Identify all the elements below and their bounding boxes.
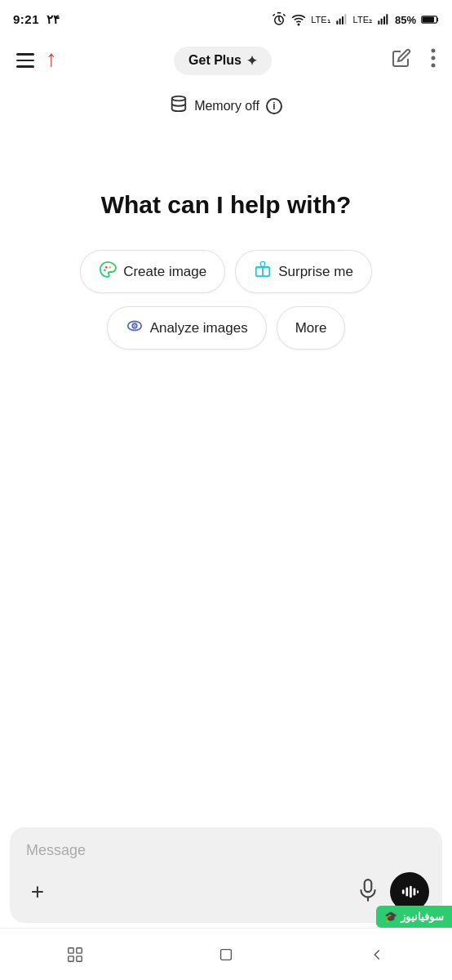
more-options-button[interactable] — [428, 45, 439, 76]
message-placeholder[interactable]: Message — [23, 842, 429, 859]
svg-rect-28 — [414, 888, 416, 895]
svg-rect-11 — [423, 17, 434, 23]
surprise-me-label: Surprise me — [278, 264, 353, 280]
bottom-nav — [0, 928, 452, 980]
annotation-arrow: ↑ — [46, 47, 57, 70]
paint-icon — [99, 261, 117, 278]
brand-tag: 🎓 سوفيانيوز — [376, 906, 452, 928]
svg-rect-4 — [342, 16, 343, 24]
status-time: 9:21 ۲۴ — [13, 12, 60, 27]
analyze-icon — [126, 317, 144, 339]
alarm-icon — [272, 12, 286, 27]
memory-text: Memory off — [194, 99, 259, 114]
chips-row-2: Analyze images More — [107, 306, 346, 350]
svg-point-18 — [109, 266, 112, 269]
svg-rect-33 — [77, 956, 82, 960]
waveform-icon — [401, 883, 419, 901]
svg-rect-27 — [410, 886, 412, 898]
mic-button[interactable] — [357, 878, 379, 906]
svg-rect-5 — [344, 14, 346, 24]
info-icon[interactable]: i — [266, 98, 282, 114]
eye-icon — [126, 317, 144, 335]
nav-back[interactable] — [301, 929, 452, 980]
svg-rect-31 — [77, 947, 82, 952]
memory-icon — [170, 95, 188, 117]
surprise-icon — [254, 261, 272, 283]
svg-point-15 — [172, 96, 186, 101]
svg-point-17 — [105, 266, 108, 269]
get-plus-button[interactable]: Get Plus ✦ — [174, 47, 272, 75]
brand-cap-icon: 🎓 — [384, 911, 397, 923]
gift-icon — [254, 261, 272, 278]
headline: What can I help with? — [101, 189, 352, 220]
svg-rect-25 — [402, 889, 405, 894]
surprise-me-chip[interactable]: Surprise me — [235, 250, 372, 293]
input-actions: + — [23, 872, 429, 911]
status-right-icons: LTE₁ LTE₂ 85% — [272, 12, 439, 27]
microphone-icon — [357, 878, 379, 902]
svg-rect-23 — [365, 880, 372, 892]
nav-recents[interactable] — [0, 929, 151, 980]
svg-point-22 — [134, 325, 135, 327]
svg-point-16 — [104, 270, 106, 272]
svg-rect-2 — [336, 20, 338, 24]
battery-text: 85% — [395, 14, 416, 26]
signal-icon2 — [377, 13, 390, 26]
svg-rect-34 — [221, 949, 232, 960]
attachment-button[interactable]: + — [23, 877, 52, 906]
top-nav: ↑ Get Plus ✦ — [0, 36, 452, 85]
svg-point-14 — [432, 64, 436, 68]
svg-point-12 — [432, 49, 436, 53]
recents-icon — [66, 946, 84, 964]
more-chip[interactable]: More — [277, 306, 346, 350]
svg-rect-3 — [339, 19, 340, 24]
nav-home[interactable] — [151, 929, 302, 980]
analyze-images-chip[interactable]: Analyze images — [107, 306, 267, 350]
three-dots-icon — [431, 48, 436, 68]
svg-point-13 — [432, 56, 436, 60]
back-icon — [368, 946, 386, 964]
create-image-label: Create image — [123, 264, 206, 280]
svg-rect-30 — [69, 947, 73, 952]
create-image-icon — [99, 261, 117, 283]
nav-left: ↑ — [13, 49, 57, 72]
svg-point-1 — [299, 24, 300, 25]
svg-rect-7 — [381, 19, 383, 24]
wifi-icon — [291, 12, 306, 27]
hamburger-menu[interactable] — [13, 50, 38, 71]
signal-text: LTE₁ — [311, 15, 330, 25]
svg-rect-29 — [417, 890, 419, 893]
svg-rect-9 — [386, 14, 388, 24]
battery-icon — [421, 15, 439, 24]
signal-icon — [335, 13, 348, 26]
svg-rect-26 — [405, 888, 408, 897]
svg-rect-8 — [383, 16, 385, 24]
get-plus-label: Get Plus — [188, 53, 242, 68]
svg-rect-32 — [69, 956, 73, 960]
analyze-images-label: Analyze images — [150, 320, 248, 336]
status-bar: 9:21 ۲۴ LTE₁ LTE₂ 85% — [0, 0, 452, 36]
more-label: More — [295, 320, 327, 336]
svg-rect-6 — [378, 20, 379, 24]
memory-bar: Memory off i — [0, 85, 452, 123]
edit-button[interactable] — [388, 45, 414, 76]
chips-row-1: Create image Surprise me — [80, 250, 372, 293]
signal-text2: LTE₂ — [353, 15, 372, 25]
home-icon — [217, 946, 235, 964]
edit-icon — [392, 48, 411, 68]
main-content: What can I help with? Create image — [0, 123, 452, 379]
plus-star-icon: ✦ — [246, 53, 257, 69]
brand-text: سوفيانيوز — [401, 911, 444, 923]
nav-right — [388, 45, 439, 76]
create-image-chip[interactable]: Create image — [80, 250, 225, 293]
